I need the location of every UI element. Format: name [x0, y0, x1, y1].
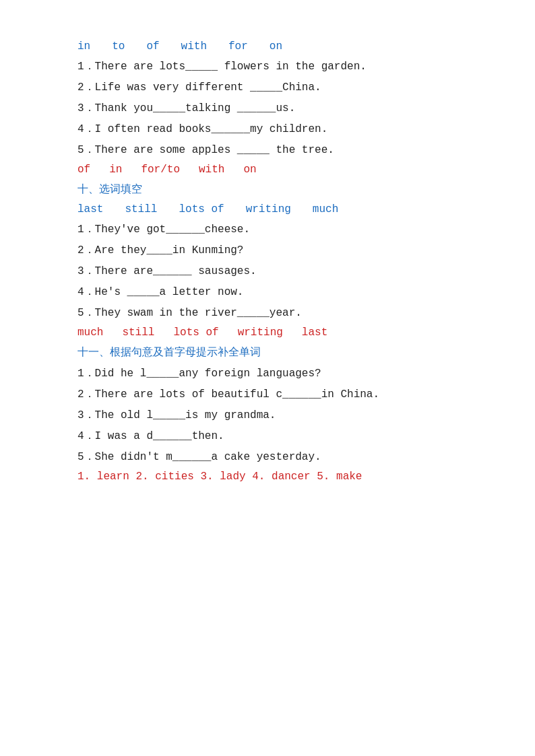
- s9-sentence-4: 4．I often read books______my children.: [77, 122, 468, 136]
- section10-answer-row: much still lots of writing last: [77, 327, 468, 339]
- word-last: last: [77, 203, 103, 215]
- section9-answer-row: of in for/to with on: [77, 164, 468, 176]
- s11-answer-text: 1. learn 2. cities 3. lady 4. dancer 5. …: [77, 471, 362, 483]
- s10-sentence-3: 3．There are______ sausages.: [77, 264, 468, 278]
- s10-sentence-5: 5．They swam in the river_____year.: [77, 306, 468, 320]
- word-still: still: [125, 203, 157, 215]
- s9-sentence-1: 1．There are lots_____ flowers in the gar…: [77, 59, 468, 73]
- s9-sentence-5: 5．There are some apples _____ the tree.: [77, 143, 468, 157]
- section10-word-row: last still lots of writing much: [77, 203, 468, 215]
- ans10-4: writing: [238, 327, 283, 339]
- word-on: on: [270, 40, 282, 53]
- section11-answers: 1. learn 2. cities 3. lady 4. dancer 5. …: [77, 471, 468, 483]
- ans9-5: on: [243, 164, 256, 176]
- s10-sentence-2: 2．Are they____in Kunming?: [77, 243, 468, 257]
- s11-sentence-4: 4．I was a d______then.: [77, 429, 468, 443]
- ans10-1: much: [77, 327, 103, 339]
- word-for: for: [228, 40, 248, 53]
- ans10-2: still: [122, 327, 154, 339]
- word-to: to: [112, 40, 125, 53]
- ans9-4: with: [199, 164, 224, 176]
- section10-title: 十、选词填空: [77, 182, 468, 197]
- s10-sentence-4: 4．He's _____a letter now.: [77, 285, 468, 299]
- ans9-1: of: [77, 164, 90, 176]
- ans9-3: for/to: [141, 164, 180, 176]
- word-of: of: [146, 40, 159, 53]
- s11-sentence-3: 3．The old l_____is my grandma.: [77, 408, 468, 422]
- word-lots-of: lots of: [179, 203, 224, 215]
- s10-sentence-1: 1．They've got______cheese.: [77, 222, 468, 236]
- word-much: much: [313, 203, 338, 215]
- s9-sentence-3: 3．Thank you_____talking ______us.: [77, 101, 468, 115]
- s11-sentence-2: 2．There are lots of beautiful c______in …: [77, 387, 468, 401]
- s11-sentence-1: 1．Did he l_____any foreign languages?: [77, 366, 468, 380]
- word-writing: writing: [246, 203, 291, 215]
- word-with: with: [181, 40, 207, 53]
- s11-sentence-5: 5．She didn't m______a cake yesterday.: [77, 450, 468, 464]
- ans10-5: last: [302, 327, 327, 339]
- s9-sentence-2: 2．Life was very different _____China.: [77, 80, 468, 94]
- ans9-2: in: [109, 164, 122, 176]
- word-in: in: [77, 40, 90, 53]
- ans10-3: lots of: [173, 327, 218, 339]
- section9-word-row: in to of with for on: [77, 40, 468, 53]
- section11-title: 十一、根据句意及首字母提示补全单词: [77, 345, 468, 359]
